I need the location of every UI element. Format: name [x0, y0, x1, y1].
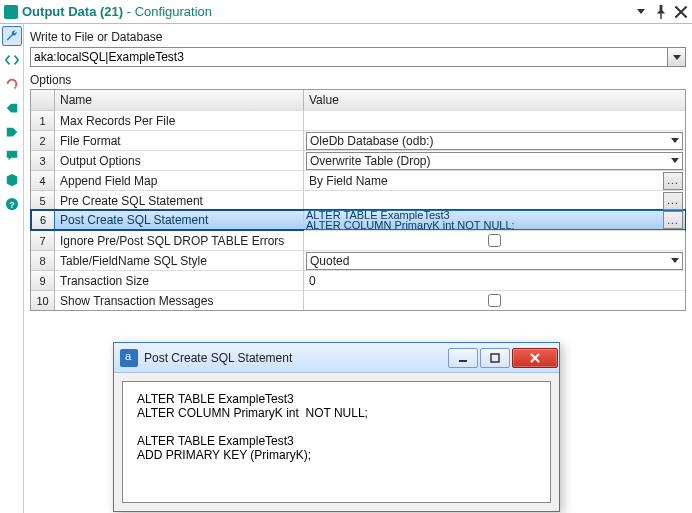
- pin-icon[interactable]: [654, 5, 668, 19]
- option-name: Pre Create SQL Statement: [55, 190, 304, 210]
- option-name: Table/FieldName SQL Style: [55, 250, 304, 270]
- tool-code-icon[interactable]: [2, 50, 22, 70]
- sql-editor-dialog: Post Create SQL Statement: [113, 342, 560, 512]
- dropdown-icon[interactable]: [634, 5, 648, 19]
- checkbox[interactable]: [488, 294, 501, 307]
- connection-dropdown-button[interactable]: [668, 47, 686, 67]
- chevron-down-icon: [671, 158, 679, 163]
- select-box[interactable]: OleDb Database (odb:): [306, 132, 683, 150]
- table-row[interactable]: 9Transaction Size0: [31, 270, 685, 290]
- connection-input[interactable]: [30, 47, 668, 67]
- tool-help-icon[interactable]: ?: [2, 194, 22, 214]
- dialog-minimize-button[interactable]: [448, 348, 478, 368]
- tool-name: Output Data (21): [22, 4, 123, 19]
- option-value[interactable]: ...: [304, 190, 685, 210]
- table-row[interactable]: 1Max Records Per File: [31, 110, 685, 130]
- row-number: 10: [31, 290, 55, 310]
- row-number: 6: [31, 210, 55, 230]
- table-row[interactable]: 5Pre Create SQL Statement...: [31, 190, 685, 210]
- table-row[interactable]: 6Post Create SQL StatementALTER TABLE Ex…: [31, 210, 685, 230]
- table-row[interactable]: 7Ignore Pre/Post SQL DROP TABLE Errors: [31, 230, 685, 250]
- col-value-header[interactable]: Value: [304, 90, 685, 110]
- grid-header: Name Value: [31, 90, 685, 110]
- option-name: Output Options: [55, 150, 304, 170]
- option-value[interactable]: ALTER TABLE ExampleTest3 ALTER COLUMN Pr…: [304, 210, 685, 230]
- row-number: 4: [31, 170, 55, 190]
- tool-wrench-icon[interactable]: [2, 26, 22, 46]
- checkbox[interactable]: [488, 234, 501, 247]
- dialog-close-button[interactable]: [512, 348, 558, 368]
- select-box[interactable]: Quoted: [306, 252, 683, 270]
- window-title: Output Data (21) - Configuration: [22, 4, 212, 19]
- table-row[interactable]: 10Show Transaction Messages: [31, 290, 685, 310]
- tool-tag-left-icon[interactable]: [2, 98, 22, 118]
- dialog-app-icon: [120, 349, 138, 367]
- ellipsis-button[interactable]: ...: [663, 192, 683, 210]
- option-name: Max Records Per File: [55, 110, 304, 130]
- tool-tag-right-icon[interactable]: [2, 122, 22, 142]
- svg-rect-3: [491, 354, 499, 362]
- tool-icon: [4, 5, 18, 19]
- option-name: Ignore Pre/Post SQL DROP TABLE Errors: [55, 230, 304, 250]
- table-row[interactable]: 2File FormatOleDb Database (odb:): [31, 130, 685, 150]
- close-icon[interactable]: [674, 5, 688, 19]
- tool-refresh-icon[interactable]: [2, 74, 22, 94]
- connection-label: Write to File or Database: [30, 30, 686, 44]
- table-row[interactable]: 4Append Field MapBy Field Name...: [31, 170, 685, 190]
- option-value[interactable]: [304, 290, 685, 310]
- table-row[interactable]: 3Output OptionsOverwrite Table (Drop): [31, 150, 685, 170]
- svg-text:?: ?: [9, 200, 14, 210]
- row-number: 3: [31, 150, 55, 170]
- option-name: Post Create SQL Statement: [55, 210, 304, 230]
- option-value[interactable]: OleDb Database (odb:): [304, 130, 685, 150]
- option-value[interactable]: Quoted: [304, 250, 685, 270]
- row-number: 8: [31, 250, 55, 270]
- ellipsis-button[interactable]: ...: [663, 172, 683, 190]
- dialog-maximize-button[interactable]: [480, 348, 510, 368]
- table-row[interactable]: 8Table/FieldName SQL StyleQuoted: [31, 250, 685, 270]
- row-number: 7: [31, 230, 55, 250]
- row-number: 2: [31, 130, 55, 150]
- row-number: 5: [31, 190, 55, 210]
- row-number: 9: [31, 270, 55, 290]
- option-value[interactable]: 0: [304, 270, 685, 290]
- chevron-down-icon: [671, 138, 679, 143]
- chevron-down-icon: [671, 258, 679, 263]
- tool-comment-icon[interactable]: [2, 146, 22, 166]
- ellipsis-button[interactable]: ...: [663, 211, 683, 229]
- col-name-header[interactable]: Name: [55, 90, 304, 110]
- options-label: Options: [30, 73, 686, 87]
- vertical-toolbar: ?: [0, 24, 24, 513]
- option-value[interactable]: [304, 230, 685, 250]
- dialog-title: Post Create SQL Statement: [144, 351, 292, 365]
- window-titlebar: Output Data (21) - Configuration: [0, 0, 692, 24]
- col-rownum-header: [31, 90, 55, 110]
- options-grid: Name Value 1Max Records Per File2File Fo…: [30, 89, 686, 311]
- title-suffix: - Configuration: [123, 4, 212, 19]
- option-name: Transaction Size: [55, 270, 304, 290]
- row-number: 1: [31, 110, 55, 130]
- svg-rect-2: [459, 360, 467, 362]
- option-value[interactable]: By Field Name...: [304, 170, 685, 190]
- option-name: Show Transaction Messages: [55, 290, 304, 310]
- option-value[interactable]: Overwrite Table (Drop): [304, 150, 685, 170]
- dialog-titlebar[interactable]: Post Create SQL Statement: [114, 343, 559, 373]
- sql-textarea[interactable]: [122, 381, 551, 503]
- select-box[interactable]: Overwrite Table (Drop): [306, 152, 683, 170]
- tool-cube-icon[interactable]: [2, 170, 22, 190]
- option-name: Append Field Map: [55, 170, 304, 190]
- option-name: File Format: [55, 130, 304, 150]
- option-value[interactable]: [304, 110, 685, 130]
